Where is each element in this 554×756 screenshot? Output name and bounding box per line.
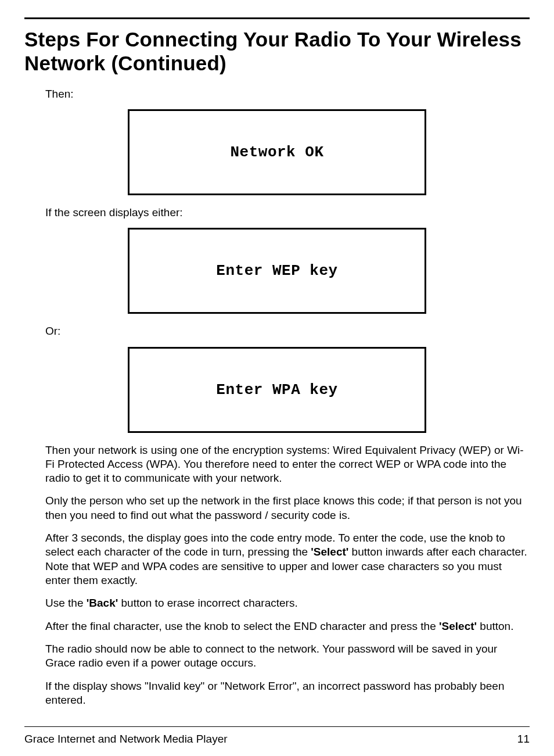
page-title: Steps For Connecting Your Radio To Your … [24,27,530,76]
display-box-wep: Enter WEP key [128,228,426,314]
display-text: Network OK [230,144,323,161]
page-number: 11 [517,733,530,746]
display-text: Enter WEP key [216,262,337,280]
display-box-network-ok: Network OK [128,109,426,195]
paragraph-code-entry: After 3 seconds, the display goes into t… [45,531,530,587]
paragraph-person-setup: Only the person who set up the network i… [45,494,530,522]
text-run: button to erase incorrect characters. [118,597,297,609]
paragraph-back-button: Use the 'Back' button to erase incorrect… [45,596,530,610]
text-run: After the final character, use the knob … [45,620,439,632]
paragraph-connect: The radio should now be able to connect … [45,642,530,671]
display-text: Enter WPA key [216,381,337,399]
footer-title: Grace Internet and Network Media Player [24,733,228,746]
paragraph-encryption: Then your network is using one of the en… [45,443,530,486]
top-divider [24,17,530,19]
bold-select-2: 'Select' [439,620,477,632]
bold-select: 'Select' [311,546,348,558]
display-box-wpa: Enter WPA key [128,347,426,433]
paragraph-final-char: After the final character, use the knob … [45,619,530,633]
page-footer: Grace Internet and Network Media Player … [24,726,530,746]
intro-or: Or: [45,324,530,338]
paragraph-invalid: If the display shows "Invalid key" or "N… [45,679,530,708]
text-run: Use the [45,597,87,609]
footer-divider [24,726,530,727]
bold-back: 'Back' [87,597,118,609]
intro-if-screen: If the screen displays either: [45,206,530,220]
text-run: button. [477,620,513,632]
intro-then: Then: [45,87,530,101]
